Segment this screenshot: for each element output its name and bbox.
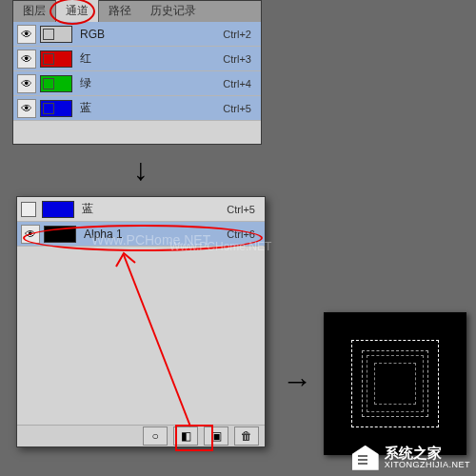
- save-selection-button[interactable]: ◧: [173, 426, 198, 446]
- selection-inner-pattern: [362, 350, 428, 417]
- tab-channels[interactable]: 通道: [55, 0, 99, 22]
- selection-outer-marquee: [351, 340, 439, 427]
- delete-channel-button[interactable]: 🗑: [234, 426, 259, 446]
- tab-history[interactable]: 历史记录: [141, 0, 206, 22]
- visibility-icon[interactable]: 👁: [17, 74, 36, 93]
- channel-shortcut: Ctrl+2: [223, 29, 251, 40]
- channel-thumb: [40, 26, 72, 43]
- channel-row-green[interactable]: 👁 绿 Ctrl+4: [13, 71, 261, 96]
- load-selection-button[interactable]: ○: [143, 426, 168, 446]
- channels-panel-bottom: 蓝 Ctrl+5 👁 Alpha 1 Ctrl+6 ○ ◧ ▣ 🗑: [16, 196, 266, 447]
- site-branding: 系统之家 XITONGZHIJIA.NET: [352, 446, 470, 470]
- visibility-icon[interactable]: 👁: [17, 25, 36, 44]
- channel-name: 蓝: [82, 201, 227, 217]
- channel-row-red[interactable]: 👁 红 Ctrl+3: [13, 47, 261, 71]
- channel-shortcut: Ctrl+3: [223, 53, 251, 65]
- house-icon: [352, 446, 379, 470]
- channel-thumb: [40, 100, 72, 117]
- arrow-right-icon: →: [282, 364, 312, 399]
- channel-shortcut: Ctrl+6: [227, 228, 255, 240]
- channel-name: 红: [80, 50, 223, 67]
- panel-tabs: 图层 通道 路径 历史记录: [13, 1, 261, 22]
- channel-name: 绿: [80, 75, 223, 91]
- channel-thumb: [44, 226, 76, 243]
- channel-name: Alpha 1: [84, 228, 227, 241]
- channel-list-bottom: 蓝 Ctrl+5 👁 Alpha 1 Ctrl+6: [17, 197, 265, 247]
- brand-url: XITONGZHIJIA.NET: [385, 461, 470, 470]
- channel-shortcut: Ctrl+5: [223, 103, 251, 114]
- visibility-icon[interactable]: 👁: [21, 225, 40, 244]
- channel-thumb: [40, 50, 72, 68]
- channels-panel-top: 图层 通道 路径 历史记录 👁 RGB Ctrl+2 👁 红 Ctrl+3 👁 …: [12, 0, 262, 145]
- channel-shortcut: Ctrl+5: [227, 204, 255, 215]
- tab-layers[interactable]: 图层: [13, 0, 55, 22]
- new-channel-button[interactable]: ▣: [204, 426, 228, 446]
- visibility-icon[interactable]: 👁: [17, 99, 36, 118]
- channel-list-top: 👁 RGB Ctrl+2 👁 红 Ctrl+3 👁 绿 Ctrl+4 👁 蓝 C…: [13, 22, 261, 121]
- channel-row-alpha1[interactable]: 👁 Alpha 1 Ctrl+6: [17, 222, 265, 247]
- channel-thumb: [40, 75, 72, 92]
- channel-row-blue[interactable]: 蓝 Ctrl+5: [17, 197, 265, 222]
- channel-thumb: [42, 201, 74, 218]
- brand-name: 系统之家: [385, 446, 470, 462]
- channel-row-rgb[interactable]: 👁 RGB Ctrl+2: [13, 22, 261, 47]
- tab-paths[interactable]: 路径: [99, 0, 141, 22]
- visibility-checkbox[interactable]: [21, 202, 36, 217]
- channel-row-blue[interactable]: 👁 蓝 Ctrl+5: [13, 96, 261, 121]
- visibility-icon[interactable]: 👁: [17, 50, 36, 69]
- panel-empty-area: [17, 247, 265, 425]
- selection-preview: [324, 312, 466, 455]
- panel-bottom-toolbar: ○ ◧ ▣ 🗑: [17, 425, 265, 446]
- channel-name: RGB: [80, 28, 223, 41]
- channel-name: 蓝: [80, 100, 223, 116]
- channel-shortcut: Ctrl+4: [223, 78, 251, 89]
- arrow-down-icon: ↓: [133, 152, 149, 188]
